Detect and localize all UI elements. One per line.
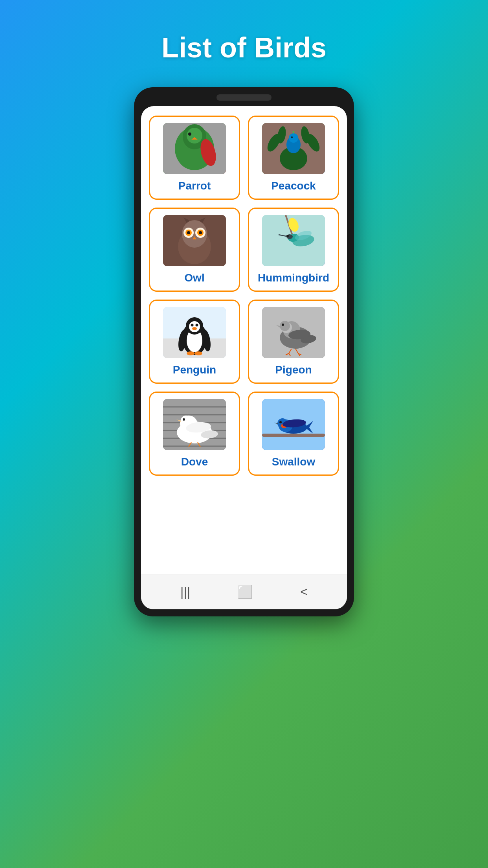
bird-card-swallow[interactable]: Swallow — [248, 392, 339, 476]
bird-image-swallow — [262, 399, 325, 450]
svg-point-78 — [183, 418, 185, 421]
svg-point-46 — [196, 324, 198, 327]
bird-name-parrot: Parrot — [178, 180, 211, 192]
bird-name-pigeon: Pigeon — [275, 364, 312, 376]
svg-point-77 — [181, 416, 191, 426]
bird-card-parrot[interactable]: Parrot — [149, 116, 240, 200]
bird-image-dove — [163, 399, 226, 450]
svg-point-10 — [289, 133, 298, 143]
bird-grid: Parrot Peacock Owl — [149, 116, 339, 476]
svg-point-25 — [199, 231, 202, 234]
svg-point-48 — [187, 351, 194, 355]
bird-name-peacock: Peacock — [271, 180, 316, 192]
bird-card-penguin[interactable]: Penguin — [149, 300, 240, 384]
bird-image-parrot — [163, 123, 226, 174]
svg-point-49 — [194, 351, 202, 355]
svg-point-57 — [282, 324, 284, 326]
page-title: List of Birds — [161, 31, 327, 64]
home-icon[interactable]: ⬜ — [237, 585, 253, 600]
bird-name-swallow: Swallow — [272, 456, 315, 468]
bird-card-dove[interactable]: Dove — [149, 392, 240, 476]
bird-image-hummingbird — [262, 215, 325, 266]
bird-name-hummingbird: Hummingbird — [258, 272, 329, 284]
svg-point-56 — [280, 321, 290, 331]
phone-frame: Parrot Peacock Owl — [134, 87, 354, 616]
bird-image-penguin — [163, 307, 226, 358]
bird-card-pigeon[interactable]: Pigeon — [248, 300, 339, 384]
svg-point-4 — [188, 132, 191, 136]
bird-card-hummingbird[interactable]: Hummingbird — [248, 208, 339, 292]
menu-icon[interactable]: ||| — [180, 585, 190, 599]
bird-card-owl[interactable]: Owl — [149, 208, 240, 292]
bird-image-peacock — [262, 123, 325, 174]
bird-image-owl — [163, 215, 226, 266]
bird-card-peacock[interactable]: Peacock — [248, 116, 339, 200]
phone-screen: Parrot Peacock Owl — [141, 106, 347, 609]
svg-point-24 — [187, 231, 190, 234]
bird-name-penguin: Penguin — [173, 364, 216, 376]
svg-rect-85 — [262, 434, 325, 437]
svg-point-35 — [286, 235, 289, 237]
bird-image-pigeon — [262, 307, 325, 358]
svg-point-89 — [279, 421, 282, 423]
svg-point-47 — [192, 327, 197, 330]
screen-content: Parrot Peacock Owl — [141, 106, 347, 574]
back-icon[interactable]: < — [300, 585, 308, 599]
bird-name-owl: Owl — [184, 272, 204, 284]
navigation-bar: ||| ⬜ < — [141, 574, 347, 609]
phone-speaker — [216, 94, 272, 101]
svg-point-11 — [291, 136, 293, 138]
svg-point-3 — [187, 128, 202, 143]
svg-point-44 — [189, 321, 200, 332]
svg-point-45 — [191, 324, 194, 327]
bird-name-dove: Dove — [181, 456, 208, 468]
